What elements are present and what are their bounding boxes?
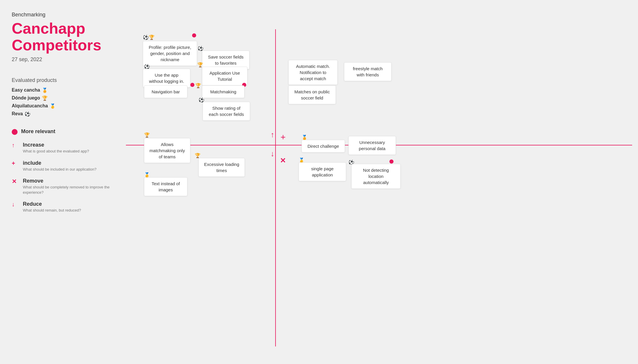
axis-arrow-up-icon: ↑ <box>271 130 274 139</box>
product-alquilatucancha: Alquilatucancha 🥇 <box>12 103 111 109</box>
allows-matchmaking-emoji: 🏆 <box>144 132 150 138</box>
legend-increase: ↑ Increase What is good about the evalua… <box>12 142 111 154</box>
increase-desc: What is good about the evaluated app? <box>23 149 89 154</box>
legend-section: Evaluated products Easy cancha 🏅 Dónde j… <box>12 77 111 117</box>
card-use-app: Use the app without logging in. <box>143 69 190 87</box>
product-reva: Reva ⚽ <box>12 111 111 117</box>
card-not-detecting: Not detecting location automatically <box>351 164 401 189</box>
page-container: Benchmarking Canchapp Competitors 27 sep… <box>0 0 638 364</box>
red-dot-nav <box>190 83 194 87</box>
evaluated-products-label: Evaluated products <box>12 77 111 83</box>
product-emoji: 🏆 <box>42 95 48 101</box>
page-title: Canchapp Competitors <box>12 20 111 54</box>
card-freestyle-match: freestyle match with friends <box>344 62 391 81</box>
increase-title: Increase <box>23 142 89 148</box>
profile-emoji-trophy: 🏆 <box>149 35 155 40</box>
divider-section: More relevant ↑ Increase What is good ab… <box>12 128 111 213</box>
chart-area: ↑ ↓ + ✕ ⚽ 🏆 Profile: profile picture, ge… <box>126 29 632 346</box>
product-emoji: ⚽ <box>25 111 30 117</box>
axis-arrow-down-icon: ↓ <box>271 149 274 158</box>
relevant-label: More relevant <box>21 128 55 135</box>
axis-x-icon: ✕ <box>280 157 286 165</box>
product-emoji: 🏅 <box>42 87 48 93</box>
card-matches-public: Matches on public soccer field <box>288 85 336 104</box>
red-dot-profile <box>192 33 196 37</box>
remove-desc: What should be completely removed to imp… <box>23 185 111 195</box>
text-instead-emoji: 🥇 <box>144 172 150 178</box>
card-auto-match: Automatic match. Notification to accept … <box>288 60 338 85</box>
nav-bar-emoji: 🏆 <box>195 83 201 88</box>
product-name: Easy cancha <box>12 87 40 93</box>
red-dot-icon <box>12 129 18 135</box>
include-desc: What should be included in our applicati… <box>23 167 97 172</box>
increase-icon: ↑ <box>12 142 20 149</box>
card-unnecessary-data: Unnecessary personal data <box>348 136 396 155</box>
legend-more-relevant: More relevant <box>12 128 111 135</box>
card-show-rating: Show rating of each soccer fields <box>203 102 250 121</box>
red-dot-location <box>389 159 394 164</box>
card-text-instead: Text instead of images <box>144 177 187 196</box>
product-emoji: 🥇 <box>50 103 56 109</box>
profile-emoji-soccer: ⚽ <box>143 35 149 40</box>
include-title: include <box>23 160 97 166</box>
remove-title: Remove <box>23 178 111 184</box>
direct-challenge-emoji: 🏅 <box>302 135 307 140</box>
card-excessive-loading: Excessive loading times <box>199 158 245 177</box>
legend-remove: ✕ Remove What should be completely remov… <box>12 178 111 195</box>
product-name: Alquilatucancha <box>12 103 48 109</box>
card-matchmaking: Matchmaking <box>202 85 244 98</box>
axis-vertical <box>275 29 276 346</box>
remove-icon: ✕ <box>12 178 20 185</box>
page-date: 27 sep, 2022 <box>12 56 111 63</box>
include-icon: + <box>12 160 20 167</box>
reduce-title: Reduce <box>23 201 81 207</box>
excessive-loading-emoji: 🏆 <box>195 153 201 158</box>
legend-reduce: ↓ Reduce What should remain, but reduced… <box>12 201 111 213</box>
reduce-icon: ↓ <box>12 201 20 208</box>
breadcrumb: Benchmarking <box>12 12 111 18</box>
product-name: Dónde juego <box>12 95 40 101</box>
card-single-page: single page application <box>299 162 346 181</box>
legend-include: + include What should be included in our… <box>12 160 111 172</box>
product-easy-cancha: Easy cancha 🏅 <box>12 87 111 93</box>
card-nav-bar: Navigation bar <box>144 85 187 98</box>
card-profile: Profile: profile picture, gender, positi… <box>143 41 197 66</box>
reduce-desc: What should remain, but reduced? <box>23 208 81 213</box>
card-direct-challenge: Direct challenge <box>302 140 345 152</box>
card-allows-matchmaking: Allows matchmaking only of teams <box>144 138 190 163</box>
sidebar: Benchmarking Canchapp Competitors 27 sep… <box>12 12 111 219</box>
card-app-tutorial: Application Use Tutorial <box>202 67 247 85</box>
product-name: Reva <box>12 111 23 116</box>
axis-plus-icon: + <box>280 133 286 142</box>
product-donde-juego: Dónde juego 🏆 <box>12 95 111 101</box>
